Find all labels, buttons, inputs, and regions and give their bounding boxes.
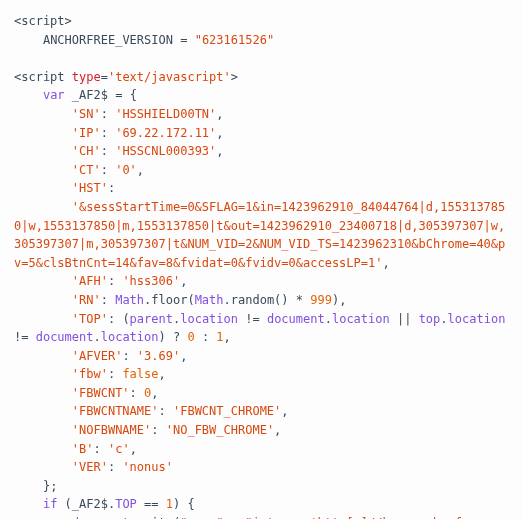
code-token: :: [93, 442, 107, 456]
code-token: ANCHORFREE_VERSION: [14, 33, 180, 47]
code-token: :: [101, 293, 115, 307]
code-token: ,: [274, 423, 281, 437]
code-token: _AF2$: [65, 88, 116, 102]
code-token: :: [159, 404, 173, 418]
code-token: ==: [137, 497, 166, 511]
code-token: :: [108, 274, 122, 288]
code-token: 'text/javascript': [108, 70, 231, 84]
code-token: [187, 33, 194, 47]
code-token: Math: [115, 293, 144, 307]
code-token: :: [151, 423, 165, 437]
code-token: ,: [159, 367, 166, 381]
code-token: Math: [195, 293, 224, 307]
code-token: :: [195, 330, 217, 344]
code-token: 'HSSCNL000393': [115, 144, 216, 158]
code-token: ) {: [173, 497, 195, 511]
code-token: 'fbw': [72, 367, 108, 381]
code-token: 'NOFBWNAME': [72, 423, 151, 437]
code-token: 'c': [108, 442, 130, 456]
code-token: 'B': [72, 442, 94, 456]
code-token: '&sessStartTime=0&SFLAG=1&in=1423962910_…: [14, 200, 505, 270]
code-token: 'IP': [72, 126, 101, 140]
code-block: <script> ANCHORFREE_VERSION = "623161526…: [14, 12, 508, 519]
code-token: ,: [382, 256, 389, 270]
code-token: ),: [332, 293, 346, 307]
code-line: <script>: [14, 14, 72, 28]
code-token: 'hss306': [122, 274, 180, 288]
code-token: ,: [151, 386, 158, 400]
code-token: ,: [137, 163, 144, 177]
code-token: :: [101, 163, 115, 177]
code-token: 'TOP': [72, 312, 108, 326]
code-token: location: [180, 312, 238, 326]
code-token: '3.69': [137, 349, 180, 363]
code-token: :: [101, 144, 115, 158]
code-token: 'CH': [72, 144, 101, 158]
code-token: document: [36, 330, 94, 344]
code-token: {: [122, 88, 136, 102]
code-token: ,: [281, 404, 288, 418]
code-token: 0: [187, 330, 194, 344]
code-token: 'FBWCNT_CHROME': [173, 404, 281, 418]
code-token: (_AF2$.: [57, 497, 115, 511]
code-token: [14, 497, 43, 511]
code-token: "623161526": [195, 33, 274, 47]
code-token: .floor(: [144, 293, 195, 307]
code-token: ,: [224, 330, 231, 344]
code-token: 'SN': [72, 107, 101, 121]
code-token: 'NO_FBW_CHROME': [166, 423, 274, 437]
code-token: };: [14, 479, 57, 493]
code-token: :: [130, 386, 144, 400]
code-token: type: [72, 70, 101, 84]
code-token: >: [231, 70, 238, 84]
code-token: '0': [115, 163, 137, 177]
code-token: document: [267, 312, 325, 326]
code-token: location: [332, 312, 390, 326]
code-token: *: [296, 293, 303, 307]
code-token: 'VER': [72, 460, 108, 474]
code-token: 1: [216, 330, 223, 344]
code-token: 'AFVER': [72, 349, 123, 363]
code-token: 'FBWCNT': [72, 386, 130, 400]
code-token: '69.22.172.11': [115, 126, 216, 140]
code-token: ,: [130, 442, 137, 456]
code-token: 'FBWCNTNAME': [72, 404, 159, 418]
code-token: 999: [310, 293, 332, 307]
code-token: 1: [166, 497, 173, 511]
code-token: ||: [390, 312, 419, 326]
code-token: top: [419, 312, 441, 326]
code-token: .: [440, 312, 447, 326]
code-token: ,: [180, 274, 187, 288]
code-token: 'HST': [72, 181, 108, 195]
code-token: =: [101, 70, 108, 84]
code-token: 'nonus': [122, 460, 173, 474]
code-token: ) ?: [159, 330, 188, 344]
code-token: <script: [14, 70, 72, 84]
code-token: (: [122, 312, 129, 326]
code-token: :: [108, 460, 122, 474]
code-token: :: [101, 126, 115, 140]
code-token: :: [108, 312, 122, 326]
code-token: .random(): [224, 293, 296, 307]
code-token: if: [43, 497, 57, 511]
code-token: :: [108, 367, 122, 381]
code-token: [14, 88, 43, 102]
code-token: :: [122, 349, 136, 363]
code-token: location: [448, 312, 506, 326]
code-token: ,: [216, 126, 223, 140]
code-token: location: [101, 330, 159, 344]
code-token: ,: [216, 107, 223, 121]
code-token: 'HSSHIELD00TN': [115, 107, 216, 121]
code-token: .: [325, 312, 332, 326]
code-token: .: [93, 330, 100, 344]
code-token: 'AFH': [72, 274, 108, 288]
code-token: !=: [238, 312, 267, 326]
code-token: false: [122, 367, 158, 381]
code-token: ,: [216, 144, 223, 158]
code-token: ,: [180, 349, 187, 363]
code-token: 'RN': [72, 293, 101, 307]
code-token: parent: [130, 312, 173, 326]
code-token: 'CT': [72, 163, 101, 177]
code-token: :: [108, 181, 115, 195]
code-token: TOP: [115, 497, 137, 511]
